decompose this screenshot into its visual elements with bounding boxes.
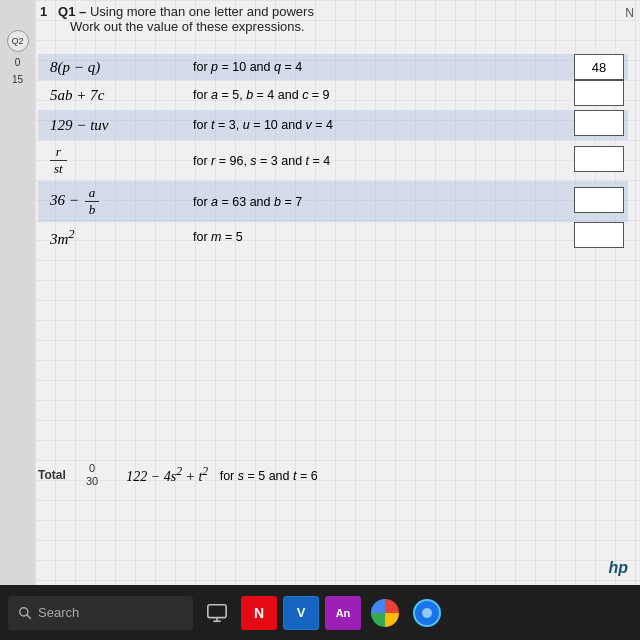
chrome-icon-btn[interactable] (367, 596, 403, 630)
expr-cell-1: 8(p − q) (38, 54, 193, 80)
fraction-denominator: st (50, 161, 67, 177)
answer-box-1: 48 (574, 54, 624, 80)
total-expression: 122 − 4s2 + t2 for s = 5 and t = 6 (126, 465, 317, 485)
math-table: 8(p − q) for p = 10 and q = 4 48 5ab + 7… (38, 54, 628, 252)
expr-cell-5: 36 − a b (38, 181, 193, 222)
an-label: An (336, 607, 351, 619)
answer-box-3 (574, 110, 624, 136)
total-condition: for s = 5 and t = 6 (220, 469, 318, 483)
header: 1 Q1 – Using more than one letter and po… (40, 4, 610, 34)
total-section: Total 0 30 122 − 4s2 + t2 for s = 5 and … (38, 462, 630, 487)
header-line2: Work out the value of these expressions. (40, 19, 610, 34)
total-scores: 0 30 (86, 462, 98, 487)
fraction-a-b: a b (85, 185, 100, 218)
page-number: N (625, 6, 634, 20)
table-row: r st for r = 96, s = 3 and t = 4 (38, 140, 628, 181)
margin-score1: 0 (15, 56, 21, 69)
table-row: 36 − a b for a = 63 and b = 7 (38, 181, 628, 222)
table-row: 8(p − q) for p = 10 and q = 4 48 (38, 54, 628, 80)
expr-cell-2: 5ab + 7c (38, 80, 193, 110)
expr-cell-3: 129 − tuv (38, 110, 193, 140)
total-row: Total 0 30 122 − 4s2 + t2 for s = 5 and … (38, 462, 630, 487)
expr-cell-4: r st (38, 140, 193, 181)
cond-cell-4: for r = 96, s = 3 and t = 4 (193, 140, 570, 181)
taskbar: Search N V An (0, 585, 640, 640)
margin-score2: 15 (12, 73, 23, 86)
cond-cell-1: for p = 10 and q = 4 (193, 54, 570, 80)
cond-cell-3: for t = 3, u = 10 and v = 4 (193, 110, 570, 140)
header-title: Using more than one letter and powers (90, 4, 314, 19)
blue-circle-icon (413, 599, 441, 627)
svg-point-0 (20, 607, 28, 615)
monitor-icon-btn[interactable] (199, 596, 235, 630)
fraction-numerator: r (50, 144, 67, 161)
blue-circle-btn[interactable] (409, 596, 445, 630)
total-score-0: 0 (89, 462, 95, 474)
header-line1: 1 Q1 – Using more than one letter and po… (40, 4, 610, 19)
cond-cell-2: for a = 5, b = 4 and c = 9 (193, 80, 570, 110)
fraction-denominator-b: b (85, 202, 100, 218)
left-margin: Q2 0 15 (0, 0, 35, 585)
table-row: 129 − tuv for t = 3, u = 10 and v = 4 (38, 110, 628, 140)
q-number: 1 Q1 – (40, 4, 86, 19)
search-icon (18, 606, 32, 620)
ans-cell-2 (570, 80, 628, 110)
netflix-icon-btn[interactable]: N (241, 596, 277, 630)
search-label: Search (38, 605, 79, 620)
worksheet-container: Q2 0 15 N 1 Q1 – Using more than one let… (0, 0, 640, 585)
fraction-r-st: r st (50, 144, 67, 177)
total-label: Total (38, 468, 76, 482)
netflix-label: N (254, 605, 264, 621)
ans-cell-5 (570, 181, 628, 222)
v-icon-btn[interactable]: V (283, 596, 319, 630)
answer-box-2 (574, 80, 624, 106)
ans-cell-6 (570, 222, 628, 252)
search-bar[interactable]: Search (8, 596, 193, 630)
answer-box-4 (574, 146, 624, 172)
table-row: 5ab + 7c for a = 5, b = 4 and c = 9 (38, 80, 628, 110)
hp-logo: hp (608, 559, 628, 577)
v-label: V (297, 605, 306, 620)
answer-box-5 (574, 187, 624, 213)
cond-cell-6: for m = 5 (193, 222, 570, 252)
ans-cell-1: 48 (570, 54, 628, 80)
total-score-30: 30 (86, 475, 98, 487)
table-row: 3m2 for m = 5 (38, 222, 628, 252)
chrome-icon (371, 599, 399, 627)
fraction-numerator-a: a (85, 185, 100, 202)
margin-q2: Q2 (7, 30, 29, 52)
expr-cell-6: 3m2 (38, 222, 193, 252)
ans-cell-4 (570, 140, 628, 181)
monitor-icon (206, 602, 228, 624)
svg-rect-2 (208, 604, 226, 617)
answer-box-6 (574, 222, 624, 248)
inner-circle (422, 608, 432, 618)
ans-cell-3 (570, 110, 628, 140)
an-icon-btn[interactable]: An (325, 596, 361, 630)
svg-line-1 (27, 614, 31, 618)
cond-cell-5: for a = 63 and b = 7 (193, 181, 570, 222)
